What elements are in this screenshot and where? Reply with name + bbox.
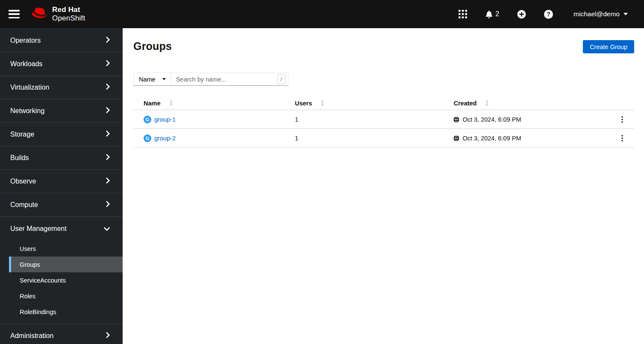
group-link[interactable]: group-1 — [154, 116, 176, 123]
main-content: Groups Create Group Name / Name — [123, 28, 644, 344]
column-header-name[interactable]: Name — [133, 100, 285, 107]
column-header-created[interactable]: Created — [443, 100, 610, 107]
sidebar-subitem-serviceaccounts[interactable]: ServiceAccounts — [9, 272, 123, 288]
sidebar-item-storage[interactable]: Storage — [0, 123, 123, 146]
sidebar-subitem-rolebindings[interactable]: RoleBindings — [9, 304, 123, 320]
redhat-openshift-logo[interactable]: Red Hat OpenShift — [31, 6, 85, 23]
created-timestamp: Oct 3, 2024, 6:09 PM — [462, 135, 521, 142]
filter-type-label: Name — [139, 76, 156, 83]
chevron-right-icon — [106, 178, 110, 185]
caret-down-icon — [162, 78, 166, 80]
chevron-down-icon — [104, 225, 110, 233]
chevron-right-icon — [106, 60, 110, 68]
notifications-button[interactable]: 2 — [482, 7, 502, 21]
sidebar-item-networking[interactable]: Networking — [0, 99, 123, 123]
chevron-right-icon — [106, 84, 110, 91]
users-count: 1 — [285, 135, 444, 142]
sidebar-item-builds[interactable]: Builds — [0, 146, 123, 170]
user-management-sublist: Users Groups ServiceAccounts Roles RoleB… — [0, 240, 123, 324]
sidebar-subitem-groups[interactable]: Groups — [9, 257, 123, 272]
plus-circle-icon — [517, 10, 526, 19]
chevron-right-icon — [106, 37, 110, 44]
kebab-icon — [621, 116, 623, 123]
chevron-right-icon — [106, 201, 110, 209]
group-resource-badge: G — [144, 116, 151, 123]
sort-icon — [485, 100, 489, 106]
created-timestamp: Oct 3, 2024, 6:09 PM — [462, 116, 521, 123]
redhat-fedora-icon — [31, 7, 48, 21]
help-button[interactable]: ? — [541, 7, 556, 21]
sidebar-item-compute[interactable]: Compute — [0, 193, 123, 217]
kebab-icon — [621, 135, 623, 142]
globe-icon — [453, 135, 459, 141]
sort-icon — [169, 100, 173, 106]
brand-line1: Red Hat — [52, 6, 85, 14]
globe-icon — [453, 117, 459, 122]
shortcut-hint: / — [277, 74, 285, 84]
question-circle-icon: ? — [544, 10, 553, 19]
bell-icon — [485, 10, 493, 18]
brand-line2: OpenShift — [52, 14, 85, 23]
table-row: G group-2 1 Oct 3, 2024, 6:09 PM — [133, 129, 634, 148]
chevron-right-icon — [106, 332, 110, 340]
page-title: Groups — [133, 40, 172, 52]
user-name: michael@demo — [573, 10, 620, 18]
apps-launcher-button[interactable] — [456, 7, 470, 21]
sidebar-item-virtualization[interactable]: Virtualization — [0, 76, 123, 99]
users-count: 1 — [285, 116, 444, 123]
sidebar-subitem-users[interactable]: Users — [9, 241, 123, 257]
masthead: Red Hat OpenShift — [0, 0, 644, 28]
chevron-right-icon — [106, 107, 110, 115]
kebab-menu-button[interactable] — [619, 114, 626, 125]
table-row: G group-1 1 Oct 3, 2024, 6:09 PM — [133, 110, 634, 129]
sidebar-subitem-roles[interactable]: Roles — [9, 288, 123, 304]
apps-grid-icon — [459, 10, 467, 18]
group-link[interactable]: group-2 — [154, 135, 176, 142]
notification-count: 2 — [495, 10, 499, 18]
sidebar-item-operators[interactable]: Operators — [0, 29, 123, 52]
sidebar-item-workloads[interactable]: Workloads — [0, 52, 123, 76]
hamburger-icon — [9, 10, 20, 12]
kebab-menu-button[interactable] — [619, 133, 626, 143]
chevron-right-icon — [106, 154, 110, 162]
sort-icon — [321, 100, 324, 106]
group-resource-badge: G — [144, 134, 151, 142]
sidebar-item-observe[interactable]: Observe — [0, 170, 123, 193]
column-header-users[interactable]: Users — [285, 100, 444, 107]
create-group-button[interactable]: Create Group — [583, 40, 634, 53]
filter-toolbar: Name / — [133, 73, 634, 86]
filter-type-dropdown[interactable]: Name — [133, 73, 171, 86]
sidebar-nav: Operators Workloads Virtualization Netwo… — [0, 28, 123, 344]
groups-table: Name Users Created G group-1 — [133, 96, 634, 148]
search-input[interactable] — [171, 73, 288, 86]
user-menu[interactable]: michael@demo — [573, 10, 628, 18]
chevron-right-icon — [106, 131, 110, 138]
sidebar-item-administration[interactable]: Administration — [0, 324, 123, 344]
add-button[interactable] — [515, 7, 529, 21]
caret-down-icon — [623, 13, 628, 15]
nav-toggle-button[interactable] — [9, 10, 20, 18]
sidebar-item-user-management[interactable]: User Management — [0, 217, 123, 240]
